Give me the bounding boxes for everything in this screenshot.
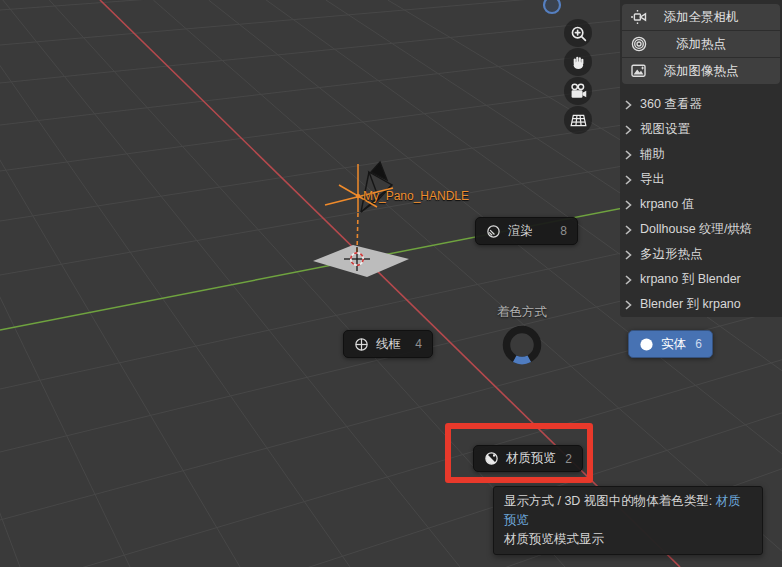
zoom-button[interactable] [564, 19, 592, 47]
add-hotspot-button[interactable]: 添加热点 [622, 31, 780, 57]
pie-item-wireframe[interactable]: 线框 4 [343, 330, 433, 358]
add-image-hotspot-label: 添加图像热点 [664, 63, 739, 80]
chevron-right-icon [624, 200, 632, 210]
section-label: 辅助 [640, 146, 665, 163]
pie-item-label: 渲染 [508, 223, 533, 240]
hotspot-icon [630, 35, 648, 56]
chevron-right-icon [624, 300, 632, 310]
pan-button[interactable] [564, 48, 592, 76]
blender-3d-viewport: My_Pano_HANDLE [0, 0, 782, 567]
pan-hand-icon [569, 53, 587, 71]
section-label: 视图设置 [640, 121, 690, 138]
ortho-grid-icon [569, 111, 588, 130]
tooltip: 显示方式 / 3D 视图中的物体着色类型: 材质预览 材质预览模式显示 [493, 486, 763, 555]
sidebar-section-view-settings[interactable]: 视图设置 [624, 117, 778, 142]
section-label: Dollhouse 纹理/烘焙 [640, 221, 753, 238]
pie-item-key: 6 [695, 337, 702, 351]
chevron-right-icon [624, 100, 632, 110]
section-label: 导出 [640, 171, 665, 188]
chevron-right-icon [624, 225, 632, 235]
zoom-icon [569, 24, 588, 43]
pie-item-rendered[interactable]: 渲染 8 [475, 217, 578, 245]
pie-item-key: 8 [560, 224, 567, 238]
chevron-right-icon [624, 175, 632, 185]
camera-view-button[interactable] [564, 77, 592, 105]
pie-item-label: 线框 [376, 336, 401, 353]
image-hotspot-icon [630, 62, 648, 83]
pie-direction-arc [515, 359, 530, 361]
sidebar-section-assist[interactable]: 辅助 [624, 142, 778, 167]
section-label: 多边形热点 [640, 246, 703, 263]
pie-menu-title: 着色方式 [472, 304, 572, 321]
pano-camera-icon [630, 8, 648, 29]
sidebar-section-polygon-hotspot[interactable]: 多边形热点 [624, 242, 778, 267]
tooltip-line1: 显示方式 / 3D 视图中的物体着色类型: 材质预览 [504, 492, 752, 530]
annotation-red-box [445, 423, 593, 483]
pie-menu-center [498, 321, 546, 369]
section-label: krpano 到 Blender [640, 271, 741, 288]
sidebar-section-360-viewer[interactable]: 360 查看器 [624, 92, 778, 117]
sidebar-section-krpano-values[interactable]: krpano 值 [624, 192, 778, 217]
chevron-right-icon [624, 125, 632, 135]
x-axis-line [100, 0, 680, 567]
sidebar-section-blender-to-krpano[interactable]: Blender 到 krpano [624, 292, 778, 317]
tooltip-line2: 材质预览模式显示 [504, 530, 752, 549]
rendered-icon [486, 224, 501, 239]
object-name-label: My_Pano_HANDLE [363, 189, 469, 203]
add-hotspot-label: 添加热点 [676, 36, 726, 53]
section-label: 360 查看器 [640, 96, 702, 113]
add-pano-camera-button[interactable]: 添加全景相机 [622, 4, 780, 30]
solid-icon [639, 337, 654, 352]
camera-view-icon [569, 82, 588, 101]
ortho-toggle-button[interactable] [564, 106, 592, 134]
plane-object[interactable] [313, 245, 409, 277]
nav-gizmo-circle[interactable] [544, 0, 560, 13]
chevron-right-icon [624, 275, 632, 285]
sidebar-section-export[interactable]: 导出 [624, 167, 778, 192]
add-image-hotspot-button[interactable]: 添加图像热点 [622, 58, 780, 84]
section-label: Blender 到 krpano [640, 296, 741, 313]
pie-item-key: 4 [415, 337, 422, 351]
pie-item-solid[interactable]: 实体 6 [628, 330, 713, 358]
add-pano-camera-label: 添加全景相机 [664, 9, 739, 26]
sidebar-section-krpano-to-blender[interactable]: krpano 到 Blender [624, 267, 778, 292]
chevron-right-icon [624, 250, 632, 260]
wireframe-icon [354, 337, 369, 352]
camera-object[interactable] [361, 162, 392, 212]
chevron-right-icon [624, 150, 632, 160]
sidebar-section-dollhouse[interactable]: Dollhouse 纹理/烘焙 [624, 217, 778, 242]
pie-item-label: 实体 [661, 336, 686, 353]
section-label: krpano 值 [640, 196, 694, 213]
